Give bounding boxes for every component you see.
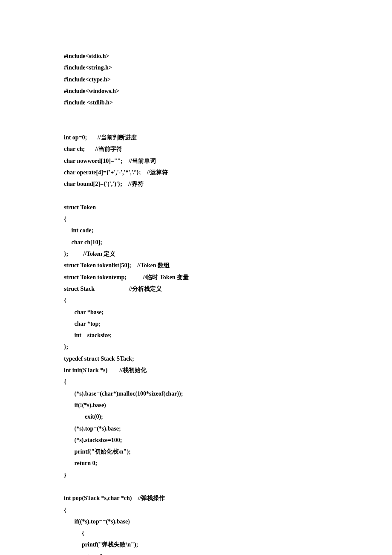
code-line: #include <stdlib.h> bbox=[64, 97, 328, 108]
code-line: exit(0); bbox=[64, 411, 328, 422]
code-document: #include<stdio.h>#include<string.h>#incl… bbox=[64, 50, 328, 555]
blank-line bbox=[64, 190, 328, 202]
code-line: printf("初始化栈\n"); bbox=[64, 446, 328, 457]
code-line: } bbox=[64, 469, 328, 481]
code-line: { bbox=[64, 295, 328, 306]
code-line: printf("弹栈失败\n"); bbox=[64, 539, 328, 550]
code-line: int stacksize; bbox=[64, 330, 328, 341]
code-line: { bbox=[64, 213, 328, 225]
code-line: int pop(STack *s,char *ch) //弹栈操作 bbox=[64, 492, 328, 504]
code-line: { bbox=[64, 376, 328, 387]
code-line: }; bbox=[64, 341, 328, 353]
code-line: char nowword[10]=""; //当前单词 bbox=[64, 155, 328, 167]
code-line: #include<string.h> bbox=[64, 62, 328, 73]
code-line: typedef struct Stack STack; bbox=[64, 353, 328, 364]
code-line: return 0; bbox=[64, 551, 328, 555]
code-line: char *base; bbox=[64, 306, 328, 318]
code-line: if((*s).top==(*s).base) bbox=[64, 516, 328, 527]
code-line: #include<windows.h> bbox=[64, 85, 328, 97]
code-line: char bound[2]={'(',')'}; //界符 bbox=[64, 178, 328, 190]
code-line: (*s).top=(*s).base; bbox=[64, 423, 328, 434]
code-line: int init(STack *s) //栈初始化 bbox=[64, 364, 328, 376]
code-line: int code; bbox=[64, 225, 328, 236]
code-line: struct Token tokentemp; //临时 Token 变量 bbox=[64, 272, 328, 283]
code-line: if(!(*s).base) bbox=[64, 399, 328, 411]
code-line: #include<stdio.h> bbox=[64, 50, 328, 62]
blank-line bbox=[64, 108, 328, 120]
code-line: { bbox=[64, 504, 328, 516]
code-line: char ch[10]; bbox=[64, 237, 328, 248]
blank-line bbox=[64, 120, 328, 132]
code-line: return 0; bbox=[64, 457, 328, 469]
code-line: struct Token bbox=[64, 202, 328, 213]
code-line: (*s).base=(char*)malloc(100*sizeof(char)… bbox=[64, 388, 328, 399]
code-line: (*s).stacksize=100; bbox=[64, 434, 328, 446]
code-line: char ch; //当前字符 bbox=[64, 143, 328, 155]
code-line: { bbox=[64, 527, 328, 539]
code-line: }; //Token 定义 bbox=[64, 248, 328, 260]
code-line: char operate[4]={'+','-','*','/'}; //运算符 bbox=[64, 167, 328, 178]
code-line: char *top; bbox=[64, 318, 328, 330]
code-line: struct Token tokenlist[50]; //Token 数组 bbox=[64, 260, 328, 271]
code-line: #include<ctype.h> bbox=[64, 74, 328, 85]
code-line: int op=0; //当前判断进度 bbox=[64, 132, 328, 143]
code-line: struct Stack //分析栈定义 bbox=[64, 283, 328, 295]
blank-line bbox=[64, 481, 328, 492]
